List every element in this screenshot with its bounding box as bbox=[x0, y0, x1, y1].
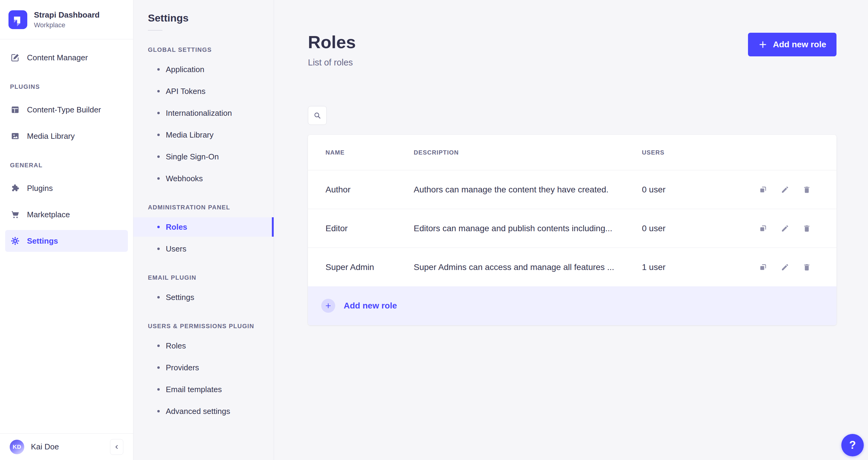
subnav-item-media-library[interactable]: Media Library bbox=[133, 125, 274, 145]
brand-subtitle: Workplace bbox=[34, 21, 100, 29]
collapse-sidebar-button[interactable] bbox=[110, 439, 123, 455]
bullet-icon bbox=[157, 68, 160, 71]
sub-nav-title: Settings bbox=[148, 12, 259, 24]
brand[interactable]: Strapi Dashboard Workplace bbox=[0, 0, 133, 39]
sidebar-item-marketplace[interactable]: Marketplace bbox=[5, 204, 128, 225]
bullet-icon bbox=[157, 248, 160, 250]
main-content: Roles List of roles Add new role NAME DE… bbox=[274, 0, 868, 460]
main-menu: Content Manager PLUGINS Content-Type Bui… bbox=[0, 39, 133, 433]
menu-section-plugins: PLUGINS bbox=[10, 83, 123, 91]
pencil-icon bbox=[781, 224, 789, 233]
subnav-item-providers[interactable]: Providers bbox=[133, 358, 274, 377]
role-name: Author bbox=[326, 185, 414, 194]
subnav-item-label: Media Library bbox=[166, 130, 214, 140]
role-name: Editor bbox=[326, 224, 414, 233]
subnav-item-webhooks[interactable]: Webhooks bbox=[133, 169, 274, 188]
user-name: Kai Doe bbox=[31, 442, 103, 452]
sidebar-item-label: Content Manager bbox=[27, 53, 88, 62]
menu-section-general: GENERAL bbox=[10, 162, 123, 169]
sidebar-item-content-type-builder[interactable]: Content-Type Builder bbox=[5, 99, 128, 121]
subnav-item-label: Users bbox=[166, 244, 186, 254]
sidebar-item-label: Media Library bbox=[27, 131, 75, 141]
table-row[interactable]: Author Authors can manage the content th… bbox=[308, 170, 836, 209]
duplicate-role-button[interactable] bbox=[759, 263, 767, 272]
role-users-count: 0 user bbox=[642, 185, 751, 194]
help-button[interactable]: ? bbox=[841, 434, 864, 456]
subnav-item-advanced-settings[interactable]: Advanced settings bbox=[133, 401, 274, 421]
subnav-item-email-settings[interactable]: Settings bbox=[133, 287, 274, 307]
edit-role-button[interactable] bbox=[781, 263, 789, 272]
subnav-item-label: Providers bbox=[166, 363, 199, 372]
sidebar-item-media-library[interactable]: Media Library bbox=[5, 125, 128, 147]
bullet-icon bbox=[157, 177, 160, 180]
bullet-icon bbox=[157, 296, 160, 299]
sidebar-item-label: Content-Type Builder bbox=[27, 105, 101, 115]
subnav-item-label: Email templates bbox=[166, 385, 222, 394]
cart-icon bbox=[10, 210, 20, 219]
duplicate-icon bbox=[759, 224, 767, 233]
trash-icon bbox=[803, 263, 811, 272]
settings-sub-nav: Settings GLOBAL SETTINGS Application API… bbox=[133, 0, 274, 460]
plus-icon bbox=[758, 40, 767, 49]
subnav-item-label: Internationalization bbox=[166, 109, 232, 118]
subnav-item-label: Roles bbox=[166, 341, 186, 350]
subnav-item-roles-up[interactable]: Roles bbox=[133, 336, 274, 356]
duplicate-role-button[interactable] bbox=[759, 185, 767, 194]
delete-role-button[interactable] bbox=[803, 263, 811, 272]
role-description: Super Admins can access and manage all f… bbox=[414, 263, 642, 272]
edit-role-button[interactable] bbox=[781, 224, 789, 233]
subnav-item-roles-admin[interactable]: Roles bbox=[133, 217, 274, 237]
subnav-item-email-templates[interactable]: Email templates bbox=[133, 380, 274, 399]
table-row[interactable]: Editor Editors can manage and publish co… bbox=[308, 209, 836, 248]
sidebar-item-settings[interactable]: Settings bbox=[5, 230, 128, 252]
delete-role-button[interactable] bbox=[803, 224, 811, 233]
role-users-count: 1 user bbox=[642, 263, 751, 272]
sidebar-item-label: Marketplace bbox=[27, 210, 70, 219]
add-new-role-button[interactable]: Add new role bbox=[748, 33, 836, 56]
duplicate-icon bbox=[759, 263, 767, 272]
subnav-item-label: Roles bbox=[166, 222, 187, 232]
column-header-description: DESCRIPTION bbox=[414, 149, 642, 156]
avatar[interactable]: KD bbox=[10, 440, 24, 454]
subnav-item-internationalization[interactable]: Internationalization bbox=[133, 103, 274, 123]
table-footer-add-role[interactable]: Add new role bbox=[308, 286, 836, 325]
content-type-builder-icon bbox=[10, 105, 20, 114]
subnav-section-users-permissions-plugin: USERS & PERMISSIONS PLUGIN bbox=[148, 323, 259, 330]
subnav-item-label: Advanced settings bbox=[166, 407, 230, 416]
subnav-section-administration-panel: ADMINISTRATION PANEL bbox=[148, 204, 259, 211]
row-actions bbox=[751, 185, 827, 194]
pencil-icon bbox=[781, 185, 789, 194]
subnav-item-application[interactable]: Application bbox=[133, 60, 274, 79]
search-icon bbox=[313, 111, 321, 120]
bullet-icon bbox=[157, 410, 160, 412]
bullet-icon bbox=[157, 90, 160, 92]
trash-icon bbox=[803, 185, 811, 194]
delete-role-button[interactable] bbox=[803, 185, 811, 194]
bullet-icon bbox=[157, 112, 160, 114]
edit-role-button[interactable] bbox=[781, 185, 789, 194]
table-row[interactable]: Super Admin Super Admins can access and … bbox=[308, 248, 836, 286]
brand-title: Strapi Dashboard bbox=[34, 10, 100, 20]
sidebar-item-plugins[interactable]: Plugins bbox=[5, 177, 128, 199]
role-description: Editors can manage and publish contents … bbox=[414, 224, 642, 233]
role-name: Super Admin bbox=[326, 263, 414, 272]
duplicate-icon bbox=[759, 185, 767, 194]
media-library-icon bbox=[10, 131, 20, 141]
subnav-item-label: Single Sign-On bbox=[166, 152, 219, 161]
subnav-item-users[interactable]: Users bbox=[133, 239, 274, 258]
sidebar-item-content-manager[interactable]: Content Manager bbox=[5, 47, 128, 68]
subnav-item-api-tokens[interactable]: API Tokens bbox=[133, 82, 274, 101]
row-actions bbox=[751, 263, 827, 272]
column-header-users: USERS bbox=[642, 149, 751, 156]
duplicate-role-button[interactable] bbox=[759, 224, 767, 233]
content-manager-icon bbox=[10, 53, 20, 62]
bullet-icon bbox=[157, 366, 160, 369]
bullet-icon bbox=[157, 134, 160, 136]
strapi-admin-app: Strapi Dashboard Workplace Content Manag… bbox=[0, 0, 868, 460]
add-new-role-label: Add new role bbox=[773, 40, 826, 50]
sidebar-item-label: Settings bbox=[27, 236, 58, 246]
subnav-item-single-sign-on[interactable]: Single Sign-On bbox=[133, 147, 274, 166]
plus-icon bbox=[324, 302, 332, 309]
search-button[interactable] bbox=[308, 106, 327, 125]
footer-add-role-label: Add new role bbox=[344, 301, 397, 311]
